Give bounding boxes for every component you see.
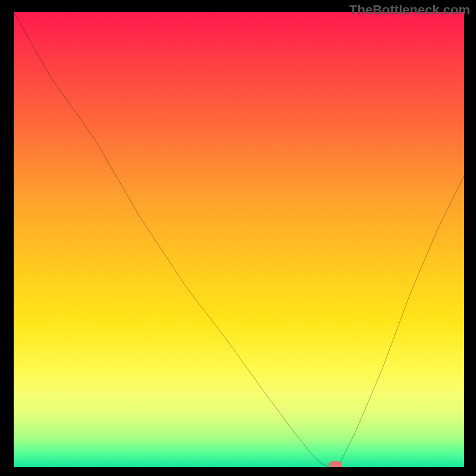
watermark-text: TheBottleneck.com — [349, 2, 470, 18]
chart-plot-area — [12, 12, 464, 469]
bottleneck-curve — [14, 12, 464, 467]
optimal-marker — [328, 461, 342, 468]
bottleneck-line — [14, 12, 464, 467]
